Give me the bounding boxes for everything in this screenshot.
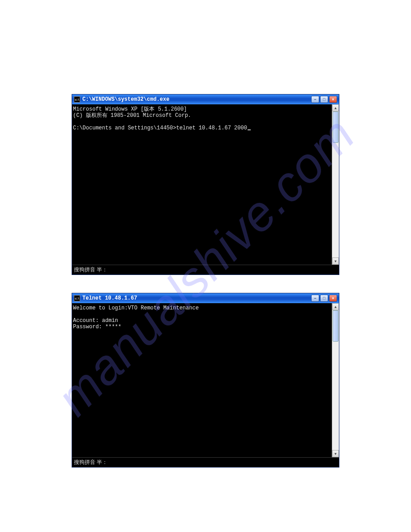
scroll-track[interactable] xyxy=(332,112,339,257)
telnet-window: c:\ Telnet 10.48.1.67 − □ × Welcome to L… xyxy=(72,293,339,468)
vertical-scrollbar[interactable]: ▲ ▼ xyxy=(332,303,339,457)
text-cursor xyxy=(248,129,251,130)
titlebar-buttons: − □ × xyxy=(311,96,337,103)
maximize-button[interactable]: □ xyxy=(320,96,328,103)
document-page: c:\ C:\WINDOWS\system32\cmd.exe − □ × Mi… xyxy=(0,0,411,468)
scroll-up-icon[interactable]: ▲ xyxy=(332,104,339,112)
titlebar-cmd[interactable]: c:\ C:\WINDOWS\system32\cmd.exe − □ × xyxy=(72,94,339,104)
scroll-down-icon[interactable]: ▼ xyxy=(332,450,339,457)
scroll-up-icon[interactable]: ▲ xyxy=(332,303,339,310)
console-line: Password: ***** xyxy=(73,324,121,330)
close-button[interactable]: × xyxy=(329,295,337,302)
console-line: (C) 版权所有 1985-2001 Microsoft Corp. xyxy=(73,112,191,119)
close-button[interactable]: × xyxy=(329,96,337,103)
titlebar-telnet[interactable]: c:\ Telnet 10.48.1.67 − □ × xyxy=(72,293,339,303)
scroll-down-icon[interactable]: ▼ xyxy=(332,257,339,265)
scroll-track[interactable] xyxy=(332,310,339,450)
cmd-console-output[interactable]: Microsoft Windows XP [版本 5.1.2600] (C) 版… xyxy=(72,104,332,265)
console-area: Welcome to Login:VTO Remote Maintenance … xyxy=(72,303,339,457)
telnet-console-output[interactable]: Welcome to Login:VTO Remote Maintenance … xyxy=(72,303,332,457)
console-line: Account: admin xyxy=(73,317,118,324)
cmd-icon: c:\ xyxy=(74,96,80,103)
vertical-scrollbar[interactable]: ▲ ▼ xyxy=(332,104,339,265)
titlebar-buttons: − □ × xyxy=(311,295,337,302)
console-line: Microsoft Windows XP [版本 5.1.2600] xyxy=(73,106,187,112)
cmd-window: c:\ C:\WINDOWS\system32\cmd.exe − □ × Mi… xyxy=(72,94,339,275)
console-area: Microsoft Windows XP [版本 5.1.2600] (C) 版… xyxy=(72,104,339,265)
console-line: Welcome to Login:VTO Remote Maintenance xyxy=(73,305,199,311)
ime-status-bar: 搜狗拼音 半： xyxy=(72,265,339,275)
telnet-window-title: Telnet 10.48.1.67 xyxy=(82,295,311,301)
cmd-window-title: C:\WINDOWS\system32\cmd.exe xyxy=(82,96,311,103)
ime-status-bar: 搜狗拼音 半： xyxy=(72,457,339,467)
maximize-button[interactable]: □ xyxy=(320,295,328,302)
cmd-icon: c:\ xyxy=(74,295,80,301)
scroll-thumb[interactable] xyxy=(333,310,338,342)
minimize-button[interactable]: − xyxy=(311,96,319,103)
scroll-thumb[interactable] xyxy=(333,112,338,143)
minimize-button[interactable]: − xyxy=(311,295,319,302)
console-line: C:\Documents and Settings\14450>telnet 1… xyxy=(73,125,247,131)
